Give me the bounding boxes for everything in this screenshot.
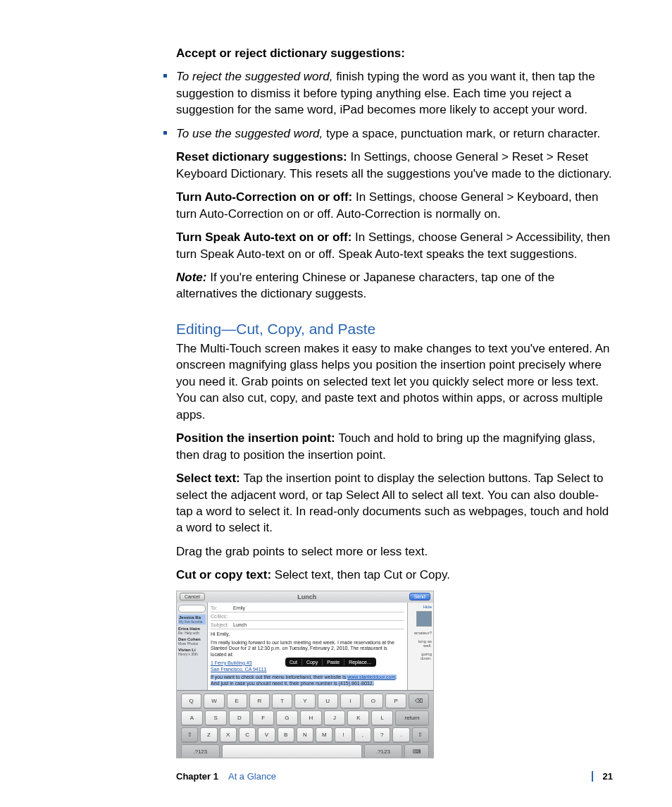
key[interactable]: J	[324, 710, 346, 725]
key[interactable]: D	[229, 710, 251, 725]
key[interactable]: X	[220, 727, 237, 742]
hide-link[interactable]: Hide	[409, 605, 432, 609]
key[interactable]: K	[347, 710, 369, 725]
key[interactable]: ,	[354, 727, 371, 742]
send-button[interactable]: Send	[409, 593, 430, 600]
popover-replace[interactable]: Replace…	[344, 659, 376, 665]
note-para: Note: If you're entering Chinese or Japa…	[176, 269, 613, 302]
compose-toolbar: Cancel Lunch Send	[177, 591, 433, 603]
avatar	[416, 611, 432, 627]
key[interactable]: Y	[294, 694, 315, 708]
key[interactable]: V	[258, 727, 275, 742]
key[interactable]: S	[205, 710, 227, 725]
chapter-label: Chapter 1	[176, 771, 218, 782]
bullet-reject: To reject the suggested word, finish typ…	[176, 68, 613, 118]
key[interactable]: ⇧	[181, 727, 198, 742]
key[interactable]: L	[371, 710, 393, 725]
popover-copy[interactable]: Copy	[302, 659, 323, 665]
editing-intro: The Multi-Touch screen makes it easy to …	[176, 340, 613, 423]
key[interactable]: ⌫	[409, 694, 429, 708]
popover-cut[interactable]: Cut	[285, 659, 302, 665]
key[interactable]: W	[204, 694, 224, 708]
key[interactable]: T	[272, 694, 292, 708]
sidebar-mail-item[interactable]: Erica HaimRe: Help with	[178, 627, 206, 635]
key[interactable]: Z	[200, 727, 217, 742]
ipad-screenshot: Cancel Lunch Send Jessica BaMy five favo…	[176, 591, 434, 758]
position-para: Position the insertion point: Touch and …	[176, 430, 613, 463]
select-text-para: Select text: Tap the insertion point to …	[176, 470, 613, 536]
key[interactable]: .	[392, 727, 409, 742]
key[interactable]: I	[340, 694, 361, 708]
key[interactable]: .?123	[364, 744, 403, 758]
page-footer: Chapter 1 At a Glance 21	[176, 771, 613, 782]
section-heading-editing: Editing—Cut, Copy, and Paste	[176, 321, 613, 338]
key[interactable]: Q	[181, 694, 201, 708]
key[interactable]: M	[316, 727, 332, 742]
sidebar-mail-item[interactable]: Jessica BaMy five favorite	[178, 615, 206, 624]
key[interactable]: O	[363, 694, 383, 708]
bullet-use: To use the suggested word, type a space,…	[176, 125, 613, 142]
cancel-button[interactable]: Cancel	[180, 593, 205, 600]
chapter-title: At a Glance	[228, 771, 276, 782]
key[interactable]: B	[278, 727, 294, 742]
search-input[interactable]	[178, 605, 206, 612]
compose-title: Lunch	[297, 593, 316, 600]
key[interactable]: N	[297, 727, 313, 742]
key[interactable]: C	[239, 727, 256, 742]
page-number: 21	[592, 771, 613, 782]
key[interactable]: !	[335, 727, 351, 742]
speak-autotext-para: Turn Speak Auto-text on or off: In Setti…	[176, 229, 613, 262]
preview-column: Hide amateur?long as well.going down.	[408, 603, 433, 690]
drag-para: Drag the grab points to select more or l…	[176, 543, 613, 560]
autocorrection-para: Turn Auto-Correction on or off: In Setti…	[176, 189, 613, 222]
key[interactable]: E	[227, 694, 247, 708]
key[interactable]: P	[385, 694, 406, 708]
key[interactable]: ⇧	[412, 727, 429, 742]
key[interactable]: U	[318, 694, 338, 708]
key[interactable]: ⌨	[404, 744, 429, 758]
key[interactable]: .?123	[181, 744, 220, 758]
key[interactable]: F	[252, 710, 274, 725]
reset-para: Reset dictionary suggestions: In Setting…	[176, 149, 613, 182]
key[interactable]: H	[300, 710, 322, 725]
cut-copy-para: Cut or copy text: Select text, then tap …	[176, 567, 613, 583]
accept-heading: Accept or reject dictionary suggestions:	[176, 47, 405, 60]
sidebar-mail-item[interactable]: Vivian LiHenry's 30th	[178, 648, 206, 656]
edit-popover: Cut Copy Paste Replace…	[285, 658, 376, 667]
compose-pane: To:Emily Cc/Bcc: Subject:Lunch Hi Emily,…	[208, 603, 408, 690]
document-body: Accept or reject dictionary suggestions:…	[176, 45, 613, 758]
key[interactable]: G	[276, 710, 298, 725]
sidebar-mail-item[interactable]: Dan CohenMore Photos	[178, 637, 206, 646]
key[interactable]: R	[249, 694, 270, 708]
key[interactable]	[222, 744, 362, 758]
key[interactable]: A	[181, 710, 203, 725]
mailbox-sidebar: Jessica BaMy five favoriteErica HaimRe: …	[177, 603, 208, 690]
onscreen-keyboard: QWERTYUIOP⌫ ASDFGHJKLreturn ⇧ZXCVBNM!,?.…	[177, 690, 433, 758]
key[interactable]: return	[395, 710, 429, 725]
popover-paste[interactable]: Paste	[323, 659, 344, 665]
key[interactable]: ?	[373, 727, 390, 742]
